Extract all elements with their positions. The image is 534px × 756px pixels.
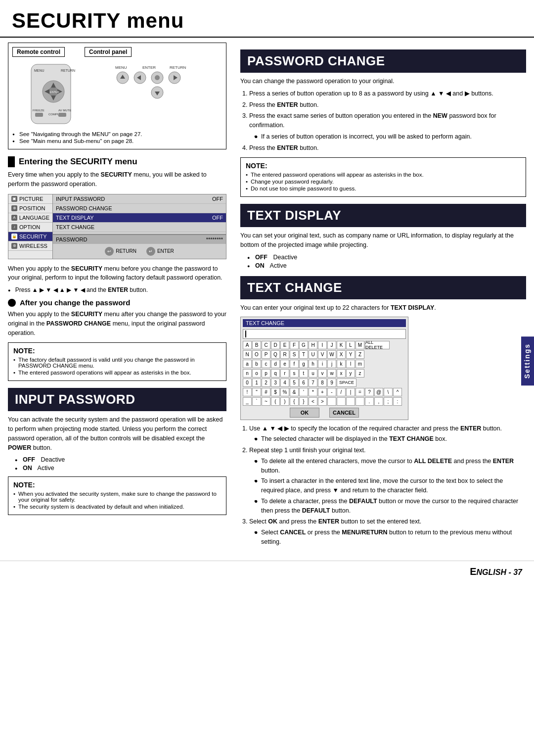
key-G[interactable]: G <box>299 341 308 349</box>
key-caret[interactable]: ^ <box>393 388 402 396</box>
key-sp4[interactable] <box>356 397 364 406</box>
key-percent[interactable]: % <box>280 388 289 396</box>
ok-button[interactable]: OK <box>290 408 319 418</box>
key-4[interactable]: 4 <box>280 378 289 387</box>
key-tilde[interactable]: ~ <box>262 397 270 406</box>
key-9[interactable]: 9 <box>327 378 336 387</box>
key-g[interactable]: g <box>299 360 308 368</box>
key-z[interactable]: z <box>356 369 364 378</box>
key-rparen[interactable]: ) <box>280 397 289 406</box>
key-D[interactable]: D <box>271 341 280 349</box>
key-all-delete[interactable]: ALL DELETE <box>365 341 390 349</box>
key-minus[interactable]: - <box>327 388 336 396</box>
key-s[interactable]: s <box>290 369 299 378</box>
key-A[interactable]: A <box>243 341 252 349</box>
key-j[interactable]: j <box>327 360 336 368</box>
key-J[interactable]: J <box>327 341 336 349</box>
key-rbrace[interactable]: } <box>299 397 308 406</box>
key-L[interactable]: L <box>346 341 355 349</box>
key-pipe[interactable]: | <box>346 388 355 396</box>
key-o[interactable]: o <box>252 369 261 378</box>
key-amp[interactable]: & <box>290 388 299 396</box>
key-underscore[interactable]: _ <box>243 397 252 406</box>
key-Z[interactable]: Z <box>356 350 364 359</box>
key-H[interactable]: H <box>309 341 317 349</box>
key-Y[interactable]: Y <box>346 350 355 359</box>
key-0[interactable]: 0 <box>243 378 252 387</box>
key-2[interactable]: 2 <box>262 378 270 387</box>
key-f[interactable]: f <box>290 360 299 368</box>
key-X[interactable]: X <box>337 350 346 359</box>
key-x[interactable]: x <box>337 369 346 378</box>
key-n[interactable]: n <box>243 369 252 378</box>
key-star[interactable]: * <box>309 388 317 396</box>
key-R[interactable]: R <box>280 350 289 359</box>
key-exclaim[interactable]: ! <box>243 388 252 396</box>
key-hash[interactable]: # <box>262 388 270 396</box>
key-6[interactable]: 6 <box>299 378 308 387</box>
key-backslash[interactable]: \ <box>384 388 393 396</box>
key-M[interactable]: M <box>356 341 364 349</box>
key-K[interactable]: K <box>337 341 346 349</box>
key-sp3[interactable] <box>346 397 355 406</box>
key-equal[interactable]: = <box>356 388 364 396</box>
key-lparen[interactable]: ( <box>271 397 280 406</box>
key-p[interactable]: p <box>262 369 270 378</box>
key-d[interactable]: d <box>271 360 280 368</box>
key-C[interactable]: C <box>262 341 270 349</box>
key-period[interactable]: . <box>365 397 374 406</box>
key-c[interactable]: c <box>262 360 270 368</box>
key-P[interactable]: P <box>262 350 270 359</box>
key-b[interactable]: b <box>252 360 261 368</box>
key-r[interactable]: r <box>280 369 289 378</box>
key-u[interactable]: u <box>309 369 317 378</box>
key-lbrace[interactable]: { <box>290 397 299 406</box>
key-1[interactable]: 1 <box>252 378 261 387</box>
key-a[interactable]: a <box>243 360 252 368</box>
cancel-button[interactable]: CANCEL <box>329 408 359 418</box>
key-v[interactable]: v <box>318 369 327 378</box>
key-W[interactable]: W <box>327 350 336 359</box>
key-U[interactable]: U <box>309 350 317 359</box>
key-T[interactable]: T <box>299 350 308 359</box>
key-E[interactable]: E <box>280 341 289 349</box>
key-w[interactable]: w <box>327 369 336 378</box>
key-N[interactable]: N <box>243 350 252 359</box>
key-plus[interactable]: + <box>318 388 327 396</box>
key-at[interactable]: @ <box>374 388 383 396</box>
key-7[interactable]: 7 <box>309 378 317 387</box>
key-V[interactable]: V <box>318 350 327 359</box>
key-3[interactable]: 3 <box>271 378 280 387</box>
key-space[interactable]: SPACE <box>337 378 356 387</box>
key-gt[interactable]: > <box>318 397 327 406</box>
key-i[interactable]: i <box>318 360 327 368</box>
key-apos[interactable]: ' <box>299 388 308 396</box>
key-sp1[interactable] <box>327 397 336 406</box>
key-k[interactable]: k <box>337 360 346 368</box>
key-5[interactable]: 5 <box>290 378 299 387</box>
key-B[interactable]: B <box>252 341 261 349</box>
key-lt[interactable]: < <box>309 397 317 406</box>
key-colon[interactable]: : <box>393 397 402 406</box>
key-8[interactable]: 8 <box>318 378 327 387</box>
key-semicolon[interactable]: ; <box>384 397 393 406</box>
key-slash[interactable]: / <box>337 388 346 396</box>
tc-input-area[interactable] <box>243 329 406 339</box>
key-m[interactable]: m <box>356 360 364 368</box>
key-dollar[interactable]: $ <box>271 388 280 396</box>
key-I[interactable]: I <box>318 341 327 349</box>
key-h[interactable]: h <box>309 360 317 368</box>
key-S[interactable]: S <box>290 350 299 359</box>
key-e[interactable]: e <box>280 360 289 368</box>
key-l[interactable]: l <box>346 360 355 368</box>
key-F[interactable]: F <box>290 341 299 349</box>
key-Q[interactable]: Q <box>271 350 280 359</box>
key-t[interactable]: t <box>299 369 308 378</box>
key-y[interactable]: y <box>346 369 355 378</box>
key-question[interactable]: ? <box>365 388 374 396</box>
key-quote[interactable]: " <box>252 388 261 396</box>
key-comma[interactable]: , <box>374 397 383 406</box>
key-backtick[interactable]: ` <box>252 397 261 406</box>
key-sp2[interactable] <box>337 397 346 406</box>
key-q[interactable]: q <box>271 369 280 378</box>
